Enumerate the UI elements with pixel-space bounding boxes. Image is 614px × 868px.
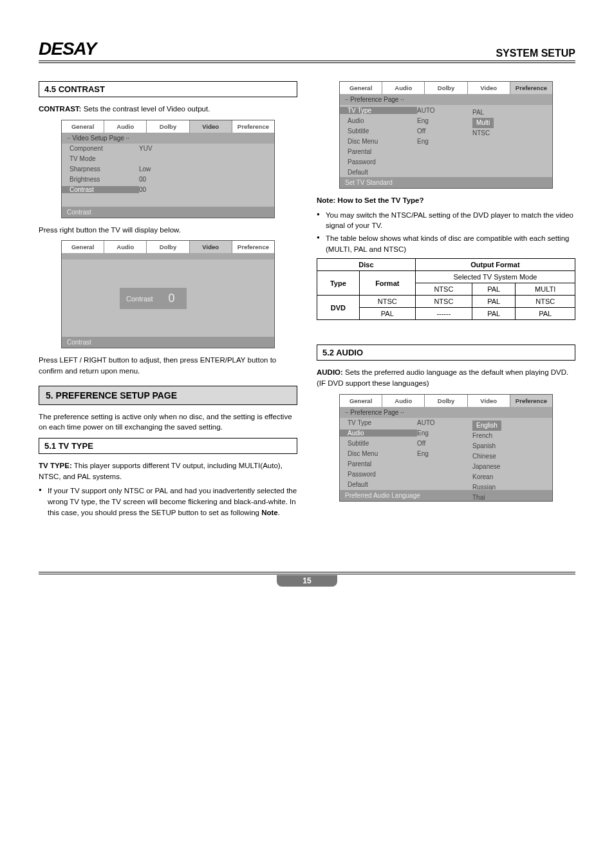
menu-option-french[interactable]: French bbox=[472, 431, 501, 441]
menu-tab-video[interactable]: Video bbox=[190, 120, 232, 133]
right-column: GeneralAudioDolbyVideoPreference ·· Pref… bbox=[317, 76, 575, 520]
menu-tab-general[interactable]: General bbox=[62, 120, 104, 133]
menu-video-setup: GeneralAudioDolbyVideoPreference ·· Vide… bbox=[61, 120, 275, 218]
section-title-5-1: 5.1 TV TYPE bbox=[39, 438, 297, 454]
menu-tab-general[interactable]: General bbox=[340, 82, 382, 94]
menu-tab-video[interactable]: Video bbox=[190, 241, 232, 253]
td-val: NTSC bbox=[516, 296, 575, 308]
menu-item-component[interactable]: ComponentYUV bbox=[62, 144, 274, 154]
menu-option-spanish[interactable]: Spanish bbox=[472, 441, 501, 451]
menu-option-ntsc[interactable]: NTSC bbox=[472, 128, 494, 138]
tvtype-bullets: If your TV support only NTSC or PAL and … bbox=[39, 486, 297, 518]
menu-tab-preference[interactable]: Preference bbox=[510, 395, 552, 407]
td-dvd: DVD bbox=[317, 296, 360, 320]
menu-item-subtitle[interactable]: SubtitleOff bbox=[340, 439, 552, 449]
menu-option-pal[interactable]: PAL bbox=[472, 108, 494, 118]
th-output-format: Output Format bbox=[415, 259, 575, 271]
menu-item-subtitle[interactable]: SubtitleOff bbox=[340, 126, 552, 136]
note-bullet-2: The table below shows what kinds of disc… bbox=[317, 233, 575, 254]
menu-option-english[interactable]: English bbox=[472, 420, 501, 431]
contrast-desc-text: Sets the contrast level of Video output. bbox=[81, 105, 210, 113]
menu-footer: Preferred Audio Language bbox=[340, 490, 552, 501]
audio-desc-text: Sets the preferred audio language as the… bbox=[317, 368, 568, 387]
section-title-5-2: 5.2 AUDIO bbox=[317, 344, 575, 361]
td-val: PAL bbox=[516, 308, 575, 320]
page-footer: 15 bbox=[39, 572, 575, 587]
contrast-slider[interactable]: Contrast 0 bbox=[120, 288, 187, 309]
slider-value: 0 bbox=[169, 292, 175, 305]
page-title: SYSTEM SETUP bbox=[496, 48, 575, 59]
menu-option-japanese[interactable]: Japanese bbox=[472, 462, 501, 472]
td-format-pal: PAL bbox=[359, 308, 415, 320]
menu-item-brightness[interactable]: Brightness00 bbox=[62, 175, 274, 185]
menu-item-parental[interactable]: Parental bbox=[340, 146, 552, 156]
menu-option-russian[interactable]: Russian bbox=[472, 482, 501, 493]
menu-option-korean[interactable]: Korean bbox=[472, 472, 501, 482]
page-header: DESAY SYSTEM SETUP bbox=[39, 39, 575, 63]
th-multi: MULTI bbox=[516, 283, 575, 296]
menu-item-default[interactable]: Default bbox=[340, 167, 552, 177]
menu-option-multi[interactable]: Multi bbox=[472, 118, 494, 128]
section-title-5: 5. PREFERENCE SETUP PAGE bbox=[39, 386, 297, 405]
th-format: Format bbox=[359, 271, 415, 296]
menu-item-contrast[interactable]: Contrast00 bbox=[62, 185, 274, 195]
menu-preference-audio: GeneralAudioDolbyVideoPreference ·· Pref… bbox=[339, 394, 553, 502]
brand-logo: DESAY bbox=[39, 39, 96, 59]
menu-item-password[interactable]: Password bbox=[340, 469, 552, 480]
tvtype-desc-text: This player supports different TV output… bbox=[39, 462, 283, 480]
th-pal: PAL bbox=[472, 283, 516, 296]
menu-tab-audio[interactable]: Audio bbox=[382, 395, 425, 407]
audio-description: AUDIO: Sets the preferred audio language… bbox=[317, 367, 575, 388]
menu-tab-video[interactable]: Video bbox=[468, 395, 510, 407]
menu-option-thai[interactable]: Thai bbox=[472, 493, 501, 503]
th-disc: Disc bbox=[317, 259, 416, 271]
menu-item-password[interactable]: Password bbox=[340, 156, 552, 167]
menu-contrast-slider: GeneralAudioDolbyVideoPreference Contras… bbox=[61, 240, 275, 348]
menu-tab-dolby[interactable]: Dolby bbox=[147, 120, 189, 133]
menu-tab-audio[interactable]: Audio bbox=[382, 82, 425, 94]
section-5-desc: The preference setting is active only wh… bbox=[39, 411, 297, 433]
menu-footer: Set TV Standard bbox=[340, 177, 552, 188]
menu-option-chinese[interactable]: Chinese bbox=[472, 451, 501, 462]
menu-tab-preference[interactable]: Preference bbox=[232, 241, 274, 253]
press-lr-text: Press LEFT / RIGHT button to adjust, the… bbox=[39, 355, 297, 376]
td-format-ntsc: NTSC bbox=[359, 296, 415, 308]
menu-tab-audio[interactable]: Audio bbox=[104, 241, 147, 253]
note-bullet-1: You may switch the NTSC/PAL setting of t… bbox=[317, 210, 575, 231]
menu-tab-preference[interactable]: Preference bbox=[232, 120, 274, 133]
td-val: ------ bbox=[415, 308, 472, 320]
contrast-label: CONTRAST: bbox=[39, 105, 81, 113]
tvtype-label: TV TYPE: bbox=[39, 462, 72, 469]
menu-tab-audio[interactable]: Audio bbox=[104, 120, 147, 133]
note-bullets: You may switch the NTSC/PAL setting of t… bbox=[317, 210, 575, 255]
left-column: 4.5 CONTRAST CONTRAST: Sets the contrast… bbox=[39, 76, 297, 520]
menu-item-parental[interactable]: Parental bbox=[340, 459, 552, 469]
menu-tab-dolby[interactable]: Dolby bbox=[425, 395, 467, 407]
menu-heading: ·· Video Setup Page ·· bbox=[62, 133, 274, 144]
menu-tab-dolby[interactable]: Dolby bbox=[425, 82, 467, 94]
menu-tab-general[interactable]: General bbox=[340, 395, 382, 407]
td-val: PAL bbox=[472, 296, 516, 308]
menu-item-disc-menu[interactable]: Disc MenuEng bbox=[340, 449, 552, 459]
menu-item-tv-mode[interactable]: TV Mode bbox=[62, 154, 274, 164]
section-title-4-5: 4.5 CONTRAST bbox=[39, 81, 297, 97]
menu-tab-preference[interactable]: Preference bbox=[510, 82, 552, 94]
menu-item-default[interactable]: Default bbox=[340, 480, 552, 490]
menu-tab-general[interactable]: General bbox=[62, 241, 104, 253]
menu-item-tv-type[interactable]: TV TypeAUTO bbox=[340, 418, 552, 428]
menu-item-audio[interactable]: AudioEng bbox=[340, 115, 552, 126]
menu-item-tv-type[interactable]: TV TypeAUTO bbox=[340, 105, 552, 115]
menu-item-sharpness[interactable]: SharpnessLow bbox=[62, 164, 274, 175]
menu-tab-dolby[interactable]: Dolby bbox=[147, 241, 189, 253]
td-val: PAL bbox=[472, 308, 516, 320]
disc-format-table: Disc Output Format Type Format Selected … bbox=[317, 258, 575, 320]
menu-tab-video[interactable]: Video bbox=[468, 82, 510, 94]
menu-item-disc-menu[interactable]: Disc MenuEng bbox=[340, 136, 552, 146]
menu-item-audio[interactable]: AudioEng bbox=[340, 428, 552, 439]
tvtype-description: TV TYPE: This player supports different … bbox=[39, 460, 297, 482]
note-title: Note: How to Set the TV Type? bbox=[317, 195, 575, 206]
press-right-text: Press right button the TV will display b… bbox=[39, 225, 297, 236]
th-selected-mode: Selected TV System Mode bbox=[415, 271, 575, 283]
th-type: Type bbox=[317, 271, 360, 296]
menu-heading: ·· Preference Page ·· bbox=[340, 407, 552, 418]
